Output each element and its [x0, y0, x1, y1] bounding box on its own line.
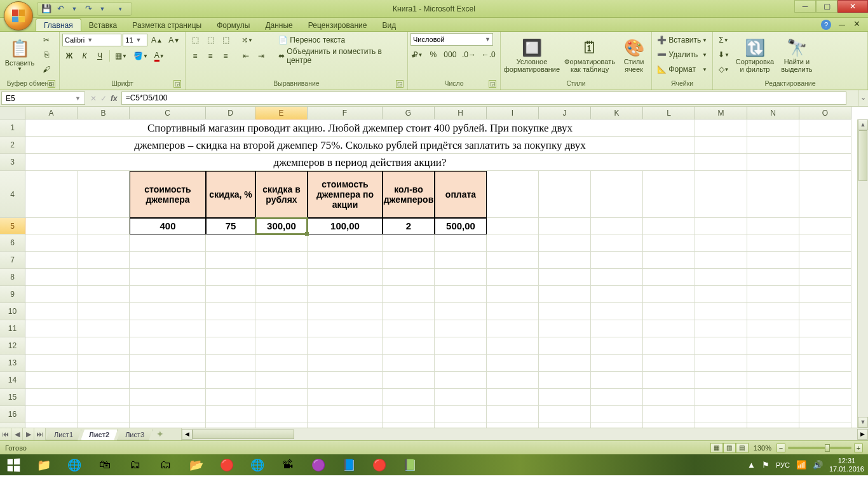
- row-header-11[interactable]: 11: [0, 320, 25, 337]
- cell-J15[interactable]: [539, 389, 591, 406]
- cell-H17[interactable]: [435, 423, 487, 428]
- cell-A10[interactable]: [25, 303, 78, 320]
- cell-M7[interactable]: [695, 252, 747, 269]
- cell-N4[interactable]: [747, 171, 799, 218]
- office-button[interactable]: [4, 1, 33, 30]
- cell-C10[interactable]: [130, 303, 206, 320]
- cell-F11[interactable]: [308, 320, 383, 337]
- expand-formula-bar-icon[interactable]: ⌄: [858, 90, 868, 106]
- cell-G17[interactable]: [383, 423, 435, 428]
- cell-O17[interactable]: [799, 423, 851, 428]
- vertical-scrollbar[interactable]: ▲ ▼: [857, 119, 868, 428]
- italic-button[interactable]: К: [78, 49, 92, 63]
- cell-L14[interactable]: [643, 372, 695, 389]
- help-icon[interactable]: ?: [821, 20, 831, 30]
- cell-A3[interactable]: джемперов в период действия акции?: [25, 154, 695, 171]
- cell-H14[interactable]: [435, 372, 487, 389]
- font-name-combo[interactable]: Calibri▼: [62, 34, 121, 46]
- cell-J8[interactable]: [539, 269, 591, 286]
- cell-M3[interactable]: [695, 154, 747, 171]
- cell-O11[interactable]: [799, 320, 851, 337]
- row-header-13[interactable]: 13: [0, 355, 25, 372]
- cell-A14[interactable]: [25, 372, 78, 389]
- cell-O6[interactable]: [799, 234, 851, 252]
- taskbar-app-8[interactable]: 🌐: [243, 456, 272, 475]
- increase-indent-button[interactable]: ⇥: [254, 49, 268, 63]
- cell-A17[interactable]: [25, 423, 78, 428]
- cell-H6[interactable]: [435, 234, 487, 252]
- cell-J6[interactable]: [539, 234, 591, 252]
- cell-N6[interactable]: [747, 234, 799, 252]
- name-box[interactable]: E5▼: [1, 92, 85, 105]
- cell-E17[interactable]: [255, 423, 308, 428]
- cell-O3[interactable]: [799, 154, 851, 171]
- cell-M6[interactable]: [695, 234, 747, 252]
- doc-minimize-icon[interactable]: ─: [839, 20, 845, 30]
- cell-K9[interactable]: [591, 286, 643, 303]
- cell-L16[interactable]: [643, 406, 695, 423]
- cell-N17[interactable]: [747, 423, 799, 428]
- tray-lang[interactable]: РУС: [776, 461, 790, 469]
- cell-G11[interactable]: [383, 320, 435, 337]
- enter-formula-icon[interactable]: ✓: [100, 94, 107, 103]
- cell-G5[interactable]: 2: [383, 218, 435, 234]
- cell-B6[interactable]: [78, 234, 130, 252]
- cell-E13[interactable]: [255, 355, 308, 372]
- cell-O8[interactable]: [799, 269, 851, 286]
- cell-K16[interactable]: [591, 406, 643, 423]
- row-header-15[interactable]: 15: [0, 389, 25, 406]
- cell-J12[interactable]: [539, 337, 591, 355]
- cell-E6[interactable]: [255, 234, 308, 252]
- cell-G14[interactable]: [383, 372, 435, 389]
- cell-M8[interactable]: [695, 269, 747, 286]
- cell-J11[interactable]: [539, 320, 591, 337]
- view-normal-button[interactable]: ▦: [710, 443, 723, 453]
- cell-B17[interactable]: [78, 423, 130, 428]
- cell-E7[interactable]: [255, 252, 308, 269]
- cell-I11[interactable]: [487, 320, 539, 337]
- cell-D17[interactable]: [206, 423, 255, 428]
- cell-I14[interactable]: [487, 372, 539, 389]
- sheet-nav-prev-icon[interactable]: ◀: [11, 428, 23, 440]
- align-top-button[interactable]: ⬚: [188, 33, 202, 47]
- cell-J17[interactable]: [539, 423, 591, 428]
- cell-N10[interactable]: [747, 303, 799, 320]
- save-icon[interactable]: 💾: [41, 4, 51, 14]
- cell-F4[interactable]: стоимость джемпера по акции: [308, 171, 383, 218]
- row-header-10[interactable]: 10: [0, 303, 25, 320]
- cell-J5[interactable]: [539, 218, 591, 234]
- cell-G4[interactable]: кол-во джемперов: [383, 171, 435, 218]
- taskbar-app-13[interactable]: 📗: [395, 456, 424, 475]
- cell-E5[interactable]: 300,00: [255, 218, 308, 234]
- cell-E11[interactable]: [255, 320, 308, 337]
- cell-I13[interactable]: [487, 355, 539, 372]
- cell-K7[interactable]: [591, 252, 643, 269]
- scroll-left-icon[interactable]: ◀: [182, 429, 193, 440]
- wrap-text-button[interactable]: 📄 Перенос текста: [276, 33, 403, 47]
- tab-home[interactable]: Главная: [36, 18, 81, 31]
- cell-L17[interactable]: [643, 423, 695, 428]
- format-painter-button[interactable]: 🖌: [39, 62, 53, 76]
- cell-H12[interactable]: [435, 337, 487, 355]
- number-format-combo[interactable]: Числовой▼: [410, 33, 493, 46]
- align-middle-button[interactable]: ⬚: [203, 33, 217, 47]
- cell-F15[interactable]: [308, 389, 383, 406]
- cell-A2[interactable]: джемперов – скидка на второй джемпер 75%…: [25, 137, 695, 154]
- merge-center-button[interactable]: ⬌ Объединить и поместить в центре ▼: [276, 49, 418, 63]
- cell-O5[interactable]: [799, 218, 851, 234]
- cell-I16[interactable]: [487, 406, 539, 423]
- tab-view[interactable]: Вид: [374, 19, 403, 31]
- cell-L10[interactable]: [643, 303, 695, 320]
- undo-icon[interactable]: ↶: [55, 4, 65, 14]
- cell-I6[interactable]: [487, 234, 539, 252]
- cell-K13[interactable]: [591, 355, 643, 372]
- view-page-break-button[interactable]: ▤: [736, 443, 749, 453]
- zoom-level[interactable]: 130%: [754, 444, 771, 452]
- row-header-7[interactable]: 7: [0, 252, 25, 269]
- new-sheet-button[interactable]: ✦: [152, 428, 168, 440]
- row-header-3[interactable]: 3: [0, 154, 25, 171]
- cell-I17[interactable]: [487, 423, 539, 428]
- cell-K4[interactable]: [591, 171, 643, 218]
- sort-filter-button[interactable]: 🔃Сортировка и фильтр: [735, 33, 775, 79]
- cell-H11[interactable]: [435, 320, 487, 337]
